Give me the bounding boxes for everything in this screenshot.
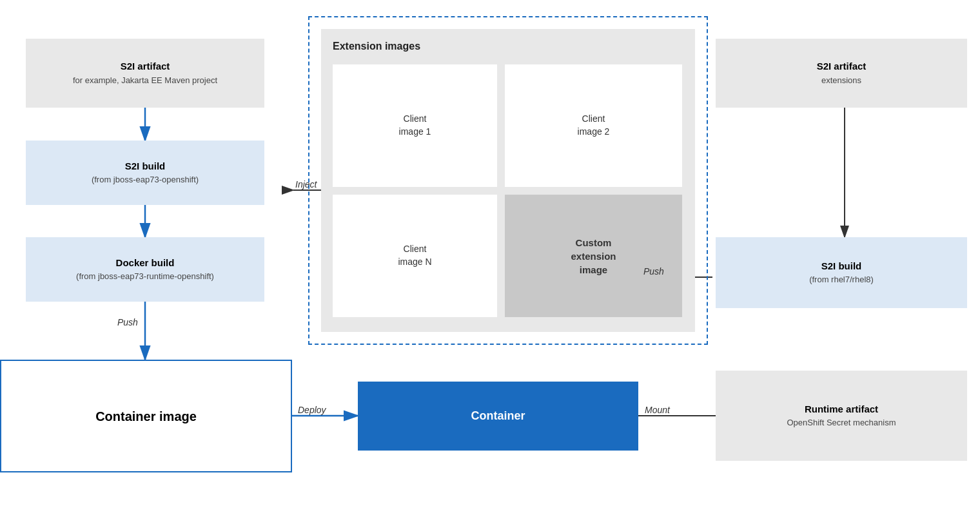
s2i-artifact-left-box: S2I artifact for example, Jakarta EE Mav…	[26, 39, 264, 108]
extension-images-inner: Extension images Clientimage 1 Clientima…	[321, 29, 695, 332]
custom-extension-image-box: Customextensionimage	[505, 195, 682, 317]
inject-label: Inject	[295, 179, 317, 189]
s2i-build-right-subtitle: (from rhel7/rhel8)	[809, 275, 874, 286]
s2i-build-left-subtitle: (from jboss-eap73-openshift)	[92, 175, 199, 186]
deploy-label: Deploy	[298, 405, 326, 415]
extension-images-title: Extension images	[333, 41, 420, 52]
s2i-artifact-right-subtitle: extensions	[821, 75, 861, 86]
container-image-title: Container image	[95, 408, 197, 425]
client-image-2-label: Clientimage 2	[578, 113, 610, 138]
diagram: S2I artifact for example, Jakarta EE Mav…	[0, 0, 980, 515]
custom-extension-image-label: Customextensionimage	[571, 236, 616, 277]
runtime-artifact-title: Runtime artifact	[805, 403, 878, 416]
client-image-1-label: Clientimage 1	[399, 113, 431, 138]
runtime-artifact-subtitle: OpenShift Secret mechanism	[787, 418, 896, 429]
s2i-artifact-left-title: S2I artifact	[121, 60, 170, 73]
docker-build-box: Docker build (from jboss-eap73-runtime-o…	[26, 237, 264, 302]
client-image-n-box: Clientimage N	[333, 195, 497, 317]
push-label-right: Push	[643, 266, 664, 277]
mount-label: Mount	[645, 405, 670, 415]
docker-build-subtitle: (from jboss-eap73-runtime-openshift)	[76, 271, 214, 282]
s2i-build-right-title: S2I build	[821, 260, 862, 273]
client-image-n-label: Clientimage N	[398, 243, 431, 268]
s2i-artifact-right-box: S2I artifact extensions	[716, 39, 967, 108]
client-image-1-box: Clientimage 1	[333, 64, 497, 187]
client-image-2-box: Clientimage 2	[505, 64, 682, 187]
s2i-artifact-right-title: S2I artifact	[817, 60, 867, 73]
runtime-artifact-box: Runtime artifact OpenShift Secret mechan…	[716, 371, 967, 461]
push-label-left: Push	[117, 317, 138, 327]
s2i-build-right-box: S2I build (from rhel7/rhel8)	[716, 237, 967, 308]
container-box: Container	[358, 382, 638, 451]
s2i-artifact-left-subtitle: for example, Jakarta EE Maven project	[73, 75, 217, 86]
s2i-build-left-box: S2I build (from jboss-eap73-openshift)	[26, 141, 264, 205]
s2i-build-left-title: S2I build	[125, 160, 166, 173]
extension-images-container: Extension images Clientimage 1 Clientima…	[308, 16, 708, 345]
docker-build-title: Docker build	[116, 257, 175, 269]
container-title: Container	[471, 409, 525, 423]
container-image-box: Container image	[0, 360, 292, 472]
